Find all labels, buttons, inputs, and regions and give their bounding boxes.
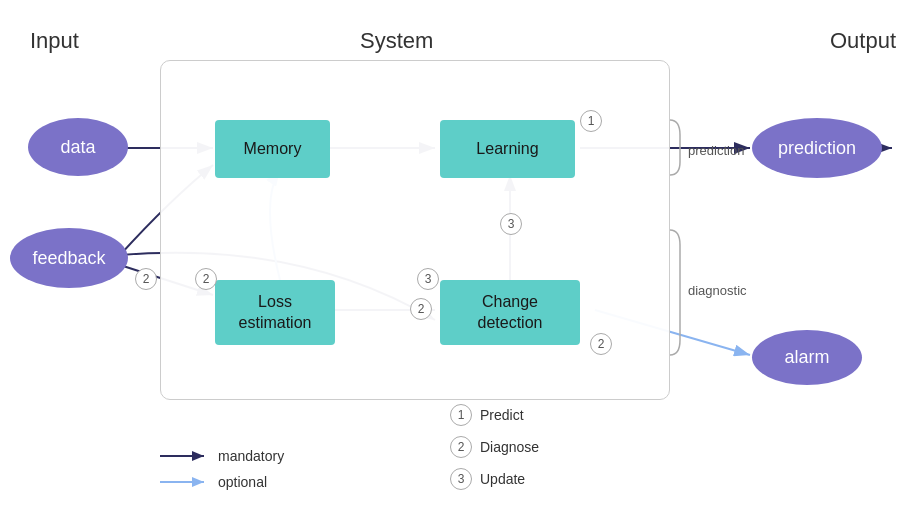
data-node: data [28,118,128,176]
badge-2c: 2 [590,333,612,355]
system-label: System [360,28,433,54]
prediction-node: prediction [752,118,882,178]
legend-badge-2: 2 [450,436,472,458]
legend-badge-3: 3 [450,468,472,490]
legend-mandatory: mandatory [160,448,284,464]
legend-item-1: 1 Predict [450,404,539,426]
loss-estimation-node: Loss estimation [215,280,335,345]
change-detection-node: Change detection [440,280,580,345]
badge-3b: 3 [500,213,522,235]
input-label: Input [30,28,79,54]
badge-2d: 2 [410,298,432,320]
legend-item-2: 2 Diagnose [450,436,539,458]
feedback-node: feedback [10,228,128,288]
alarm-node: alarm [752,330,862,385]
diagram: Input System Output data feedback Memory… [0,0,906,530]
diagnostic-bracket-label: diagnostic [688,283,747,298]
prediction-bracket-label: prediction [688,143,744,158]
legend-item-3: 3 Update [450,468,539,490]
badge-3a: 3 [417,268,439,290]
legend-badge-1: 1 [450,404,472,426]
legend-optional: optional [160,474,284,490]
badge-1: 1 [580,110,602,132]
badge-2a: 2 [195,268,217,290]
legend-numbers: 1 Predict 2 Diagnose 3 Update [450,404,539,500]
learning-node: Learning [440,120,575,178]
legend: mandatory optional [160,448,284,500]
memory-node: Memory [215,120,330,178]
badge-2b: 2 [135,268,157,290]
mandatory-arrow-icon [160,449,210,463]
output-label: Output [830,28,896,54]
optional-arrow-icon [160,475,210,489]
